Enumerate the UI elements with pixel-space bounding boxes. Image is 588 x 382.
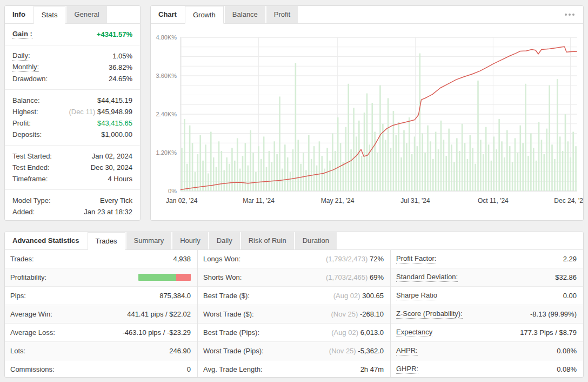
gain-distribution-bar: [493, 136, 495, 191]
stat-value-test-ended: Dec 30, 2024: [91, 163, 132, 172]
stat-value-lots: 246.90: [169, 347, 191, 355]
stat-label-timeframe: Timeframe:: [12, 175, 48, 183]
ellipsis-dot-icon: [565, 14, 567, 16]
stat-label-daily[interactable]: Daily:: [12, 51, 30, 61]
gain-distribution-bar: [443, 140, 445, 191]
stat-group: Test Started:Jan 02, 2024Test Ended:Dec …: [5, 146, 140, 190]
gain-distribution-bar: [483, 154, 484, 191]
gain-distribution-bar: [290, 172, 291, 192]
gain-distribution-bar: [398, 122, 399, 191]
growth-chart: 0%1.20K%2.40K%3.60K%4.80K%Jan 02, '24Mar…: [151, 24, 583, 221]
profitability-bar-loss-segment: [176, 274, 191, 281]
stat-label-trades: Trades:: [10, 255, 34, 263]
info-tab-general[interactable]: General: [66, 6, 106, 24]
stat-value-pips: 875,384.0: [159, 292, 191, 300]
gain-distribution-bar: [377, 153, 378, 191]
gain-distribution-bar: [448, 129, 450, 191]
gain-distribution-bar: [509, 146, 511, 191]
gain-distribution-bar: [451, 144, 452, 191]
stats-column-2: Longs Won:(1,793/2,473) 72%Shorts Won:(1…: [197, 250, 390, 378]
stat-value-expectancy: 177.3 Pips / $8.79: [520, 328, 577, 337]
gain-distribution-bar: [247, 166, 249, 191]
gain-distribution-bar: [403, 130, 405, 191]
gain-distribution-bar: [567, 141, 569, 191]
gain-distribution-bar: [514, 138, 516, 191]
stat-label-balance: Balance:: [12, 96, 40, 104]
stat-row-daily: Daily:1.05%: [5, 50, 140, 62]
stat-label-expectancy[interactable]: Expectancy: [396, 328, 432, 337]
x-axis-tick-label: Oct 11, '24: [478, 197, 509, 205]
stat-value-date-prefix: (Nov 25): [331, 310, 359, 318]
chart-tab-profit[interactable]: Profit: [266, 6, 298, 24]
gain-distribution-bar: [498, 119, 500, 191]
gain-distribution-bar: [305, 170, 307, 191]
stat-value-deposits: $1,000.00: [101, 130, 132, 139]
stats-tab-daily[interactable]: Daily: [209, 232, 240, 250]
stat-row-highest: Highest:(Dec 11) $45,948.99: [5, 106, 140, 117]
stat-label-longs-won: Longs Won:: [203, 255, 240, 263]
gain-distribution-bar: [374, 132, 376, 191]
chart-tab-balance[interactable]: Balance: [225, 6, 265, 24]
gain-distribution-bar: [229, 164, 230, 191]
y-axis-tick-label: 1.20K%: [156, 149, 177, 156]
info-panel-tabs: StatsGeneral: [33, 6, 108, 23]
stat-label-drawdown: Drawdown:: [12, 75, 48, 83]
stat-label-ghpr[interactable]: GHPR:: [396, 365, 418, 374]
stat-value-profit-factor: 2.29: [563, 255, 577, 263]
stats-tab-hourly[interactable]: Hourly: [172, 232, 208, 250]
stat-value-profitability: [138, 274, 191, 281]
stats-tab-duration[interactable]: Duration: [295, 232, 337, 250]
stat-label-monthly[interactable]: Monthly:: [12, 63, 39, 72]
stat-label-best-trade: Best Trade ($):: [203, 292, 250, 300]
gain-distribution-bar: [263, 136, 265, 191]
stat-label-shorts-won: Shorts Won:: [203, 273, 242, 281]
stat-label-added: Added:: [12, 208, 35, 216]
info-tab-stats[interactable]: Stats: [34, 6, 66, 24]
table-row-z-score-probability: Z-Score (Probability):-8.13 (99.99%): [391, 305, 583, 324]
chart-options-menu-button[interactable]: [556, 14, 583, 16]
gain-distribution-bar: [287, 157, 289, 191]
stat-value-trades: 4,938: [173, 255, 191, 263]
gain-distribution-bar: [252, 153, 254, 191]
stat-label-z-score-probability[interactable]: Z-Score (Probability):: [396, 309, 463, 319]
stat-value-ghpr: 0.08%: [557, 365, 577, 373]
stat-value-model-type: Every Tick: [100, 196, 132, 205]
gain-distribution-bar: [210, 132, 212, 191]
stat-label-profit-factor[interactable]: Profit Factor:: [396, 254, 436, 264]
gain-distribution-bar: [445, 156, 447, 191]
stat-row-monthly: Monthly:36.82%: [5, 62, 140, 73]
stats-tab-risk-of-ruin[interactable]: Risk of Ruin: [241, 232, 294, 250]
gain-distribution-bar: [544, 154, 545, 191]
gain-distribution-bar: [485, 127, 487, 191]
stats-tab-trades[interactable]: Trades: [88, 232, 125, 250]
stat-row-deposits: Deposits:$1,000.00: [5, 129, 140, 140]
gain-distribution-bar: [472, 148, 473, 191]
stat-label-standard-deviation[interactable]: Standard Deviation:: [396, 273, 458, 282]
table-row-worst-trade-pips: Worst Trade (Pips):(Nov 25) -5,362.0: [198, 342, 390, 360]
chart-tab-growth[interactable]: Growth: [185, 6, 224, 24]
stat-label-gain[interactable]: Gain :: [12, 30, 32, 39]
stat-value-best-trade-pips: (Aug 02) 6,013.0: [331, 328, 384, 337]
gain-distribution-bar: [319, 141, 320, 191]
stat-value-drawdown: 24.65%: [109, 75, 132, 83]
stat-group: Balance:$44,415.19Highest:(Dec 11) $45,9…: [5, 90, 140, 146]
gain-distribution-bar: [467, 159, 469, 191]
gain-distribution-bar: [218, 141, 220, 191]
stats-tab-summary[interactable]: Summary: [126, 232, 172, 250]
gain-distribution-bar: [393, 111, 395, 191]
y-axis-tick-label: 4.80K%: [156, 34, 177, 41]
gain-distribution-bar: [197, 154, 199, 191]
stat-label-commissions: Commissions:: [10, 365, 55, 373]
x-axis-tick-label: Jan 02, '24: [166, 197, 198, 205]
stat-label-ahpr[interactable]: AHPR:: [396, 346, 418, 355]
stat-value-balance: $44,415.19: [97, 96, 132, 104]
stat-label-test-started: Test Started:: [12, 152, 52, 160]
stat-value-date-prefix: (Aug 02): [333, 292, 362, 300]
gain-distribution-bar: [464, 143, 466, 191]
gain-distribution-bar: [223, 170, 225, 191]
stat-row-balance: Balance:$44,415.19: [5, 95, 140, 106]
gain-distribution-bar: [213, 157, 215, 191]
stat-value-date-prefix: (Dec 11): [69, 108, 97, 116]
gain-distribution-bar: [438, 149, 439, 191]
stat-label-sharpe-ratio[interactable]: Sharpe Ratio: [396, 291, 437, 300]
